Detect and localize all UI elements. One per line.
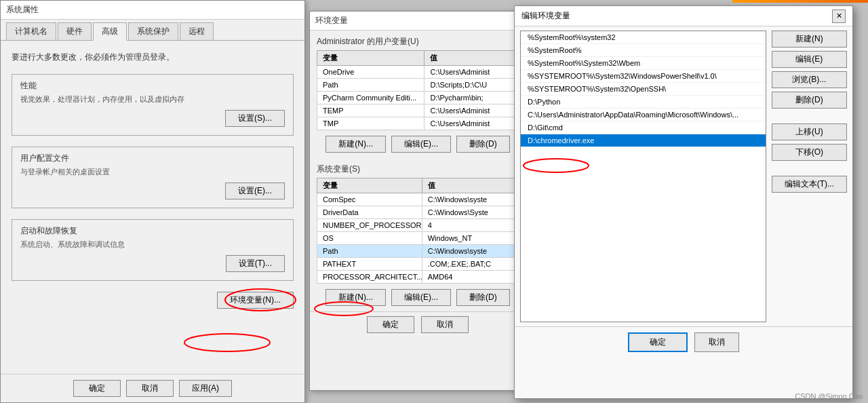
sys-var-row[interactable]: DriverDataC:\Windows\Syste xyxy=(317,206,519,219)
sys-cancel-btn[interactable]: 取消 xyxy=(126,380,174,397)
user-var-value: C:\Users\Administ xyxy=(425,117,519,130)
user-var-row[interactable]: OneDriveC:\Users\Administ xyxy=(317,66,519,79)
tab-system-protection[interactable]: 系统保护 xyxy=(128,22,178,40)
edit-confirm-btn[interactable]: 确定 xyxy=(628,332,688,352)
sys-var-row[interactable]: PROCESSOR_ARCHITECT...AMD64 xyxy=(317,271,519,284)
startup-title: 启动和故障恢复 xyxy=(20,225,285,237)
edit-list-item[interactable]: %SystemRoot%\system32 xyxy=(521,31,766,44)
user-var-row[interactable]: TMPC:\Users\Administ xyxy=(317,117,519,130)
env-vars-title: 环境变量 xyxy=(315,15,348,26)
perf-settings-btn[interactable]: 设置(S)... xyxy=(225,110,285,127)
edit-browse-btn[interactable]: 浏览(B)... xyxy=(772,71,847,88)
sys-props-content: 要进行大多数更改，你必须作为管理员登录。 性能 视觉效果，处理器计划，内存使用，… xyxy=(1,41,304,317)
edit-list-item[interactable]: %SystemRoot%\System32\Wbem xyxy=(521,57,766,70)
sys-new-btn[interactable]: 新建(N)... xyxy=(326,289,386,306)
sys-delete-btn[interactable]: 删除(D) xyxy=(456,289,510,306)
edit-right-buttons: 新建(N) 编辑(E) 浏览(B)... 删除(D) 上移(U) 下移(O) 编… xyxy=(766,31,847,322)
tab-computer-name[interactable]: 计算机名 xyxy=(6,22,56,40)
tab-remote[interactable]: 远程 xyxy=(180,22,214,40)
env-vars-window: 环境变量 Administrator 的用户变量(U) 变量 值 OneDriv… xyxy=(309,11,526,391)
sys-var-row[interactable]: OSWindows_NT xyxy=(317,232,519,245)
userprofile-section: 用户配置文件 与登录帐户相关的桌面设置 设置(E)... xyxy=(12,147,294,208)
sys-props-title: 系统属性 xyxy=(6,4,39,16)
env-ok-btn[interactable]: 确定 xyxy=(367,316,414,333)
edit-list-item[interactable]: D:\chromedriver.exe xyxy=(521,134,766,147)
sys-vars-section-title: 系统变量(S) xyxy=(310,158,526,178)
userprofile-settings-btn[interactable]: 设置(E)... xyxy=(225,183,285,199)
performance-section: 性能 视觉效果，处理器计划，内存使用，以及虚拟内存 设置(S)... xyxy=(12,74,294,136)
user-var-name: TMP xyxy=(317,117,425,130)
sys-vars-bottom-btns: 新建(N)... 编辑(E)... 删除(D) xyxy=(310,284,526,311)
perf-desc: 视觉效果，处理器计划，内存使用，以及虚拟内存 xyxy=(20,94,285,104)
edit-list-item[interactable]: %SYSTEMROOT%\System32\WindowsPowerShell\… xyxy=(521,70,766,83)
watermark: CSDN @Simon Cao xyxy=(795,392,863,400)
user-vars-col-name: 变量 xyxy=(317,51,425,66)
perf-title: 性能 xyxy=(20,80,285,92)
edit-env-window: 编辑环境变量 ✕ %SystemRoot%\system32%SystemRoo… xyxy=(514,5,853,399)
sys-var-name: Path xyxy=(317,245,422,258)
user-edit-btn[interactable]: 编辑(E)... xyxy=(391,136,451,153)
top-strip xyxy=(732,0,868,3)
edit-list-item[interactable]: D:\Git\cmd xyxy=(521,121,766,134)
user-vars-table: 变量 值 OneDriveC:\Users\AdministPathD:\Scr… xyxy=(317,50,519,130)
sys-var-name: DriverData xyxy=(317,206,422,219)
edit-new-btn[interactable]: 新建(N) xyxy=(772,31,847,47)
sys-props-tabs: 计算机名 硬件 高级 系统保护 远程 xyxy=(1,20,304,41)
user-delete-btn[interactable]: 删除(D) xyxy=(456,136,510,153)
user-var-value: C:\Users\Administ xyxy=(425,66,519,79)
sys-var-name: OS xyxy=(317,232,422,245)
user-var-row[interactable]: PyCharm Community Editi...D:\Pycharm\bin… xyxy=(317,92,519,104)
env-vars-btn[interactable]: 环境变量(N)... xyxy=(217,292,294,309)
edit-env-close-btn[interactable]: ✕ xyxy=(832,9,846,23)
sys-var-value: .COM;.EXE;.BAT;C xyxy=(422,258,518,271)
edit-list-item[interactable]: %SystemRoot% xyxy=(521,44,766,57)
user-var-row[interactable]: PathD:\Scripts;D:\C\U xyxy=(317,79,519,92)
notice-text: 要进行大多数更改，你必须作为管理员登录。 xyxy=(12,52,294,63)
user-vars-bottom-btns: 新建(N)... 编辑(E)... 删除(D) xyxy=(310,130,526,158)
edit-delete-btn[interactable]: 删除(D) xyxy=(772,92,847,109)
tab-advanced[interactable]: 高级 xyxy=(93,22,127,41)
sys-vars-table: 变量 值 ComSpecC:\Windows\systeDriverDataC:… xyxy=(317,178,519,284)
sys-ok-btn[interactable]: 确定 xyxy=(73,380,121,397)
sys-edit-btn[interactable]: 编辑(E)... xyxy=(391,289,451,306)
sys-var-value: C:\Windows\Syste xyxy=(422,206,518,219)
edit-moveup-btn[interactable]: 上移(U) xyxy=(772,123,847,140)
edit-movedown-btn[interactable]: 下移(O) xyxy=(772,144,847,161)
system-properties-window: 系统属性 计算机名 硬件 高级 系统保护 远程 要进行大多数更改，你必须作为管理… xyxy=(0,0,305,403)
edit-env-list: %SystemRoot%\system32%SystemRoot%%System… xyxy=(520,31,766,322)
edit-list-item[interactable]: D:\Python xyxy=(521,96,766,109)
edit-env-title: 编辑环境变量 xyxy=(521,10,570,22)
userprofile-desc: 与登录帐户相关的桌面设置 xyxy=(20,167,285,177)
tab-hardware[interactable]: 硬件 xyxy=(58,22,92,40)
sys-apply-btn[interactable]: 应用(A) xyxy=(179,380,232,397)
edit-env-titlebar: 编辑环境变量 ✕ xyxy=(515,6,852,26)
sys-var-value: 4 xyxy=(422,219,518,232)
sys-var-row[interactable]: PATHEXT.COM;.EXE;.BAT;C xyxy=(317,258,519,271)
user-var-row[interactable]: TEMPC:\Users\Administ xyxy=(317,104,519,117)
startup-settings-btn[interactable]: 设置(T)... xyxy=(226,255,285,272)
sys-var-name: PATHEXT xyxy=(317,258,422,271)
startup-section: 启动和故障恢复 系统启动、系统故障和调试信息 设置(T)... xyxy=(12,219,294,281)
env-cancel-btn[interactable]: 取消 xyxy=(421,316,469,333)
sys-var-row[interactable]: ComSpecC:\Windows\syste xyxy=(317,193,519,206)
user-var-name: TEMP xyxy=(317,104,425,117)
user-var-value: C:\Users\Administ xyxy=(425,104,519,117)
edit-bottom-btns: 确定 取消 xyxy=(515,326,852,358)
sys-var-row[interactable]: NUMBER_OF_PROCESSORS4 xyxy=(317,219,519,232)
edit-list-item[interactable]: %SYSTEMROOT%\System32\OpenSSH\ xyxy=(521,83,766,96)
edit-list-item[interactable]: C:\Users\Administrator\AppData\Roaming\M… xyxy=(521,109,766,121)
sys-var-value: C:\Windows\syste xyxy=(422,193,518,206)
user-new-btn[interactable]: 新建(N)... xyxy=(326,136,386,153)
sys-vars-col-value: 值 xyxy=(422,178,518,193)
sys-props-bottom-btns: 确定 取消 应用(A) xyxy=(1,374,304,402)
edit-edittext-btn[interactable]: 编辑文本(T)... xyxy=(772,176,847,193)
sys-var-name: PROCESSOR_ARCHITECT... xyxy=(317,271,422,284)
sys-var-value: C:\Windows\syste xyxy=(422,245,518,258)
edit-cancel-btn[interactable]: 取消 xyxy=(694,332,739,352)
userprofile-title: 用户配置文件 xyxy=(20,153,285,164)
user-vars-section-title: Administrator 的用户变量(U) xyxy=(310,31,526,50)
sys-props-titlebar: 系统属性 xyxy=(1,1,304,20)
sys-var-row[interactable]: PathC:\Windows\syste xyxy=(317,245,519,258)
edit-edit-btn[interactable]: 编辑(E) xyxy=(772,51,847,68)
user-var-value: D:\Pycharm\bin; xyxy=(425,92,519,104)
